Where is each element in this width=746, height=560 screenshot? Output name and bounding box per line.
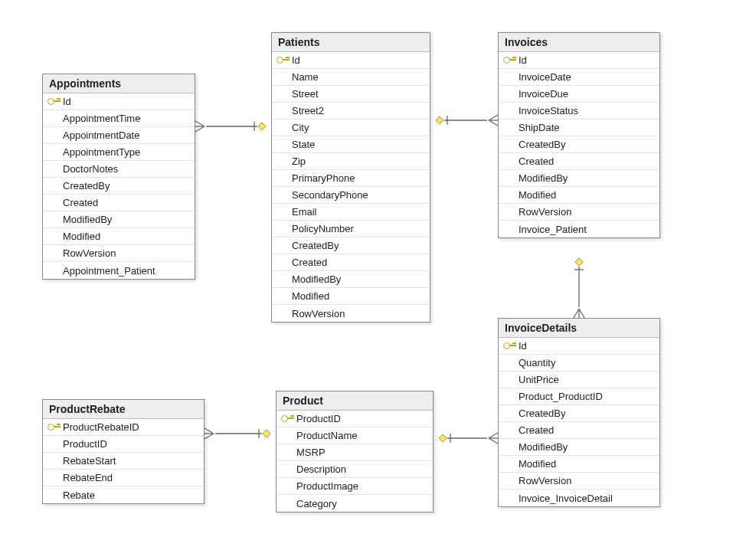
entity-field[interactable]: Category [276,495,433,512]
entity-field[interactable]: Id [499,338,659,355]
entity-field[interactable]: ProductName [276,427,433,444]
entity-field[interactable]: ProductImage [276,478,433,495]
field-name: UnitPrice [519,374,559,385]
field-icon-empty [275,224,287,234]
entity-field[interactable]: ProductID [43,436,204,453]
field-name: ModifiedBy [519,172,568,184]
entity-field[interactable]: City [272,120,430,136]
entity-field[interactable]: CreatedBy [272,237,430,254]
entity-field[interactable]: MSRP [276,444,433,461]
entity-field[interactable]: Street [272,86,430,103]
entity-field[interactable]: ProductRebateID [43,419,204,436]
field-name: InvoiceStatus [519,105,578,116]
entity-field[interactable]: Quantity [499,355,659,372]
field-icon-empty [46,456,58,467]
entity-field[interactable]: CreatedBy [499,405,659,422]
field-icon-empty [502,442,514,453]
entity-field[interactable]: Id [272,52,430,69]
entity-field[interactable]: InvoiceDue [499,86,659,103]
entity-field[interactable]: Rebate [43,486,204,503]
field-name: Invoice_InvoiceDetail [519,493,613,504]
field-name: ProductRebateID [63,421,139,433]
field-name: Modified [292,290,329,302]
entity-field[interactable]: Email [272,204,430,221]
entity-field[interactable]: RebateStart [43,453,204,470]
entity-field[interactable]: Street2 [272,103,430,120]
entity-field[interactable]: State [272,136,430,153]
entity-field[interactable]: Product_ProductID [499,388,659,405]
field-icon-empty [275,106,287,116]
relationship-invoices-patients [436,115,498,126]
entity-field[interactable]: RowVersion [499,204,659,221]
field-name: SecondaryPhone [292,189,368,201]
entity-field[interactable]: ModifiedBy [499,170,659,187]
svg-line-27 [204,428,214,434]
entity-field[interactable]: RowVersion [272,305,430,322]
field-name: InvoiceDate [519,71,571,83]
entity-field[interactable]: AppointmentDate [43,127,195,144]
field-icon-empty [280,447,292,458]
entity-field[interactable]: Modified [43,228,195,245]
field-icon-empty [502,72,514,83]
entity-field[interactable]: ModifiedBy [43,211,195,228]
entity-invoicedetails[interactable]: InvoiceDetailsIdQuantityUnitPriceProduct… [498,318,660,507]
field-name: AppointmentDate [63,129,139,141]
field-icon-empty [46,198,58,208]
field-icon-empty [502,459,514,470]
entity-field[interactable]: CreatedBy [43,178,195,195]
entity-product[interactable]: ProductProductIDProductNameMSRPDescripti… [276,391,434,513]
field-name: RebateStart [63,455,116,467]
entity-field[interactable]: PolicyNumber [272,221,430,237]
field-name: ProductID [296,413,341,424]
entity-field[interactable]: Id [499,52,659,69]
entity-field[interactable]: Invoice_Patient [499,221,659,237]
field-name: Street2 [292,105,324,116]
entity-field[interactable]: UnitPrice [499,372,659,388]
entity-field[interactable]: Description [276,461,433,478]
entity-field[interactable]: Created [499,153,659,170]
entity-field[interactable]: SecondaryPhone [272,187,430,204]
entity-field[interactable]: Modified [499,187,659,204]
field-name: PolicyNumber [292,223,354,234]
entity-field[interactable]: Modified [499,456,659,473]
entity-field[interactable]: CreatedBy [499,136,659,153]
field-icon-empty [46,164,58,175]
entity-field[interactable]: Appointment_Patient [43,262,195,279]
field-name: ProductID [63,438,107,450]
entity-field[interactable]: Name [272,69,430,86]
entity-field[interactable]: Created [272,254,430,271]
entity-field[interactable]: ShipDate [499,120,659,136]
entity-field[interactable]: ModifiedBy [272,271,430,288]
entity-field[interactable]: InvoiceStatus [499,103,659,120]
svg-line-21 [489,438,498,444]
entity-field[interactable]: RowVersion [499,473,659,490]
entity-field[interactable]: Zip [272,153,430,170]
entity-field[interactable]: ProductID [276,411,433,427]
svg-line-15 [574,309,579,318]
entity-field[interactable]: RebateEnd [43,470,204,486]
entity-field[interactable]: PrimaryPhone [272,170,430,187]
field-icon-empty [46,265,58,276]
entity-title: ProductRebate [43,400,204,419]
entity-field[interactable]: Id [43,93,195,110]
entity-field[interactable]: InvoiceDate [499,69,659,86]
field-name: DoctorNotes [63,163,118,175]
field-name: Quantity [519,357,555,368]
field-name: ModifiedBy [292,273,341,285]
entity-patients[interactable]: PatientsIdNameStreetStreet2CityStateZipP… [271,32,430,323]
field-name: ProductImage [296,480,358,492]
entity-field[interactable]: ModifiedBy [499,439,659,456]
entity-field[interactable]: AppointmentType [43,144,195,161]
entity-field[interactable]: Created [499,422,659,439]
entity-field[interactable]: Invoice_InvoiceDetail [499,490,659,506]
entity-field[interactable]: AppointmentTime [43,110,195,127]
entity-field[interactable]: Created [43,195,195,211]
entity-field[interactable]: DoctorNotes [43,161,195,178]
field-name: Description [296,463,346,475]
svg-line-9 [489,120,498,126]
entity-field[interactable]: Modified [272,288,430,305]
entity-appointments[interactable]: AppointmentsIdAppointmentTimeAppointment… [42,74,195,280]
entity-field[interactable]: RowVersion [43,245,195,262]
entity-invoices[interactable]: InvoicesIdInvoiceDateInvoiceDueInvoiceSt… [498,32,660,238]
entity-productrebate[interactable]: ProductRebateProductRebateIDProductIDReb… [42,399,204,504]
